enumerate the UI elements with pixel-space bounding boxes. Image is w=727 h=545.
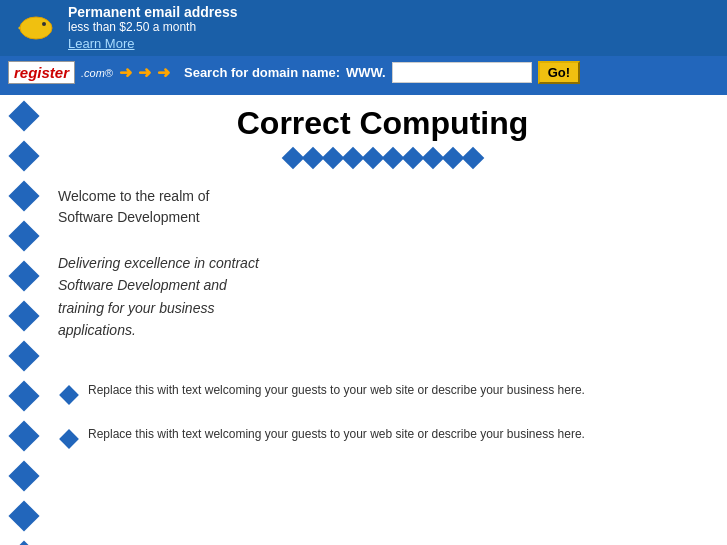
list-item-1: Replace this with text welcoming your gu… [58,382,707,410]
deco-d8 [421,147,444,170]
search-label: Search for domain name: [184,65,340,80]
list-item-1-text: Replace this with text welcoming your gu… [88,382,585,399]
deco-d7 [401,147,424,170]
sidebar-diamond-5 [8,260,39,291]
main-layout: Correct Computing Welcome to the realm o… [0,95,727,545]
nav-bar: register .com® ➜ ➜ ➜ Search for domain n… [0,56,727,89]
sidebar-diamond-6 [8,300,39,331]
deco-d4 [341,147,364,170]
go-button[interactable]: Go! [538,61,580,84]
sidebar [0,95,48,545]
sidebar-diamond-2 [8,140,39,171]
sidebar-diamond-9 [8,420,39,451]
com-label: .com® [81,67,113,79]
deco-d5 [361,147,384,170]
page-title: Correct Computing [58,105,707,142]
register-logo[interactable]: register [8,61,75,84]
sidebar-diamond-10 [8,460,39,491]
svg-rect-5 [59,429,79,449]
deco-d2 [301,147,324,170]
tagline-text: Delivering excellence in contract Softwa… [58,252,707,342]
deco-d3 [321,147,344,170]
banner-content: Permanent email address less than $2.50 … [68,4,238,52]
sidebar-diamond-8 [8,380,39,411]
top-banner: Permanent email address less than $2.50 … [0,0,727,56]
svg-rect-4 [59,385,79,405]
banner-subtext: less than $2.50 a month [68,20,238,34]
sidebar-diamond-3 [8,180,39,211]
svg-point-2 [42,22,46,26]
list-item-2: Replace this with text welcoming your gu… [58,426,707,454]
deco-diamond-row [58,150,707,166]
nav-arrow-1[interactable]: ➜ [119,63,132,82]
sidebar-diamond-4 [8,220,39,251]
sidebar-diamond-12 [8,540,39,545]
sidebar-diamond-7 [8,340,39,371]
banner-headline: Permanent email address [68,4,238,20]
banner-fish-icon [8,8,58,48]
deco-d1 [281,147,304,170]
sidebar-diamond-11 [8,500,39,531]
search-input[interactable] [392,62,532,83]
main-content: Correct Computing Welcome to the realm o… [48,95,727,545]
deco-d10 [461,147,484,170]
sidebar-diamond-1 [8,100,39,131]
welcome-text: Welcome to the realm ofSoftware Developm… [58,186,707,228]
deco-d6 [381,147,404,170]
nav-arrow-2[interactable]: ➜ [138,63,151,82]
register-text: register [14,64,69,81]
deco-d9 [441,147,464,170]
nav-arrow-3[interactable]: ➜ [157,63,170,82]
www-label: WWW. [346,65,386,80]
list-item-2-text: Replace this with text welcoming your gu… [88,426,585,443]
banner-learn-more-link[interactable]: Learn More [68,36,134,51]
